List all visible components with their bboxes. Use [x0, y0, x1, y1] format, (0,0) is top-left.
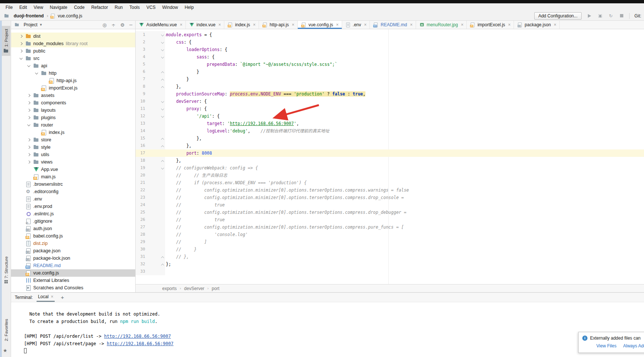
- tree-item-auth.json[interactable]: auth.json: [11, 225, 135, 232]
- tree-expand-icon[interactable]: [27, 146, 30, 149]
- tree-item-importExcel.js[interactable]: importExcel.js: [11, 84, 135, 92]
- fold-region[interactable]: [160, 41, 165, 43]
- fold-expanded-icon[interactable]: [161, 166, 164, 169]
- editor-gutter[interactable]: 28: [136, 231, 165, 238]
- fold-region[interactable]: [160, 70, 165, 74]
- menu-item-tools[interactable]: Tools: [126, 5, 143, 10]
- fold-end-icon[interactable]: [161, 86, 164, 89]
- tab-close-icon[interactable]: ×: [336, 22, 339, 27]
- editor-gutter[interactable]: 11: [136, 105, 165, 112]
- fold-end-icon[interactable]: [161, 78, 164, 81]
- tree-expand-icon[interactable]: [27, 109, 30, 112]
- favorites-star-icon[interactable]: ★: [3, 348, 7, 353]
- tree-item-router[interactable]: router: [11, 121, 135, 129]
- menu-item-file[interactable]: File: [2, 5, 16, 10]
- fold-end-icon[interactable]: [161, 160, 164, 163]
- fold-region[interactable]: [160, 48, 165, 51]
- fold-region[interactable]: [160, 144, 165, 148]
- menu-item-help[interactable]: Help: [181, 5, 197, 10]
- tree-item-package-lock.json[interactable]: package-lock.json: [11, 255, 135, 262]
- tab-close-icon[interactable]: ×: [554, 22, 556, 27]
- fold-end-icon[interactable]: [161, 256, 164, 259]
- fold-expanded-icon[interactable]: [161, 55, 164, 58]
- tree-item-.env[interactable]: .env: [11, 195, 135, 203]
- add-configuration-button[interactable]: Add Configuration...: [534, 12, 582, 20]
- fold-expanded-icon[interactable]: [161, 48, 164, 51]
- tab-close-icon[interactable]: ×: [253, 22, 256, 27]
- terminal-tab-local[interactable]: Local ×: [37, 293, 55, 302]
- tree-item-style[interactable]: style: [11, 144, 135, 151]
- editor-tab-.env[interactable]: .env×: [342, 21, 370, 29]
- new-terminal-session-icon[interactable]: +: [61, 294, 64, 300]
- fold-region[interactable]: [160, 56, 165, 58]
- terminal-url-link[interactable]: http://192.168.66.56:9007: [107, 341, 174, 346]
- editor-gutter[interactable]: 8: [136, 83, 165, 90]
- editor-gutter[interactable]: 24: [136, 201, 165, 209]
- editor-breadcrumb-devServer[interactable]: devServer: [184, 286, 204, 291]
- panel-settings-gear-icon[interactable]: ⚙: [120, 22, 125, 28]
- editor-gutter[interactable]: 10: [136, 98, 165, 105]
- tree-expand-icon[interactable]: [27, 161, 30, 164]
- tree-item-store[interactable]: store: [11, 136, 135, 144]
- fold-region[interactable]: [160, 159, 165, 163]
- editor-tab-menuRouter.jpg[interactable]: menuRouter.jpg×: [416, 21, 467, 29]
- fold-end-icon[interactable]: [161, 138, 164, 141]
- git-widget[interactable]: Git:: [634, 13, 644, 18]
- menu-item-refactor[interactable]: Refactor: [88, 5, 111, 10]
- tree-expand-icon[interactable]: [27, 138, 30, 141]
- fold-region[interactable]: [160, 100, 165, 102]
- tree-item-.gitignore[interactable]: .gitignore: [11, 218, 135, 225]
- tree-item-index.js[interactable]: index.js: [11, 129, 135, 136]
- fold-region[interactable]: [160, 108, 165, 110]
- editor-gutter[interactable]: 30: [136, 246, 165, 253]
- debug-icon[interactable]: [597, 13, 603, 19]
- editor-breadcrumb-exports[interactable]: exports: [162, 286, 177, 291]
- editor-gutter[interactable]: 3: [136, 46, 165, 53]
- tree-expand-icon[interactable]: [27, 116, 30, 119]
- editor-gutter[interactable]: 29: [136, 238, 165, 246]
- editor-gutter[interactable]: 25: [136, 209, 165, 216]
- editor-gutter[interactable]: 2: [136, 38, 165, 46]
- tab-close-icon[interactable]: ×: [508, 22, 511, 27]
- editor-gutter[interactable]: 33: [136, 268, 165, 275]
- tab-close-icon[interactable]: ×: [180, 22, 183, 27]
- fold-end-icon[interactable]: [161, 263, 164, 266]
- tree-item-babel.config.js[interactable]: babel.config.js: [11, 232, 135, 240]
- fold-region[interactable]: [160, 255, 165, 259]
- tab-close-icon[interactable]: ×: [461, 22, 463, 27]
- tree-expand-icon[interactable]: [35, 71, 38, 74]
- editor-tab-vue.config.js[interactable]: vue.config.js×: [298, 21, 342, 29]
- tree-item-views[interactable]: views: [11, 158, 135, 166]
- tree-item-package.json[interactable]: package.json: [11, 247, 135, 255]
- tree-item-public[interactable]: public: [11, 47, 135, 55]
- view-files-link[interactable]: View Files: [596, 343, 616, 348]
- tree-item-External Libraries[interactable]: External Libraries: [11, 277, 135, 284]
- menu-item-navigate[interactable]: Navigate: [47, 5, 71, 10]
- stripe-button-favorites[interactable]: 2: Favorites: [2, 319, 10, 341]
- tree-item-Scratches and Consoles[interactable]: Scratches and Consoles: [11, 284, 135, 292]
- tree-item-plugins[interactable]: plugins: [11, 114, 135, 121]
- editor-gutter[interactable]: 20: [136, 172, 165, 179]
- menu-item-code[interactable]: Code: [71, 5, 88, 10]
- editor-gutter[interactable]: 31: [136, 253, 165, 260]
- tree-item-App.vue[interactable]: App.vue: [11, 166, 135, 173]
- tree-item-src[interactable]: src: [11, 55, 135, 62]
- editor-gutter[interactable]: 21: [136, 179, 165, 186]
- terminal-output[interactable]: Note that the development build is not o…: [11, 302, 644, 357]
- fold-region[interactable]: [160, 85, 165, 89]
- fold-expanded-icon[interactable]: [161, 33, 164, 36]
- stripe-button-project[interactable]: 1: Project: [2, 26, 10, 56]
- tree-item-node_modules[interactable]: node_moduleslibrary root: [11, 40, 135, 47]
- chevron-down-icon[interactable]: ▼: [39, 23, 42, 27]
- editor-gutter[interactable]: 18: [136, 157, 165, 164]
- menu-item-window[interactable]: Window: [159, 5, 181, 10]
- editor-gutter[interactable]: 19: [136, 164, 165, 172]
- locate-file-icon[interactable]: ◎: [102, 22, 106, 28]
- fold-expanded-icon[interactable]: [161, 41, 164, 44]
- editor-tab-importExcel.js[interactable]: importExcel.js×: [467, 21, 514, 29]
- tree-item-utils[interactable]: utils: [11, 151, 135, 158]
- editor-gutter[interactable]: 9: [136, 90, 165, 98]
- tree-item-layouts[interactable]: layouts: [11, 107, 135, 114]
- tab-close-icon[interactable]: ×: [292, 22, 294, 27]
- tree-item-main.js[interactable]: main.js: [11, 173, 135, 181]
